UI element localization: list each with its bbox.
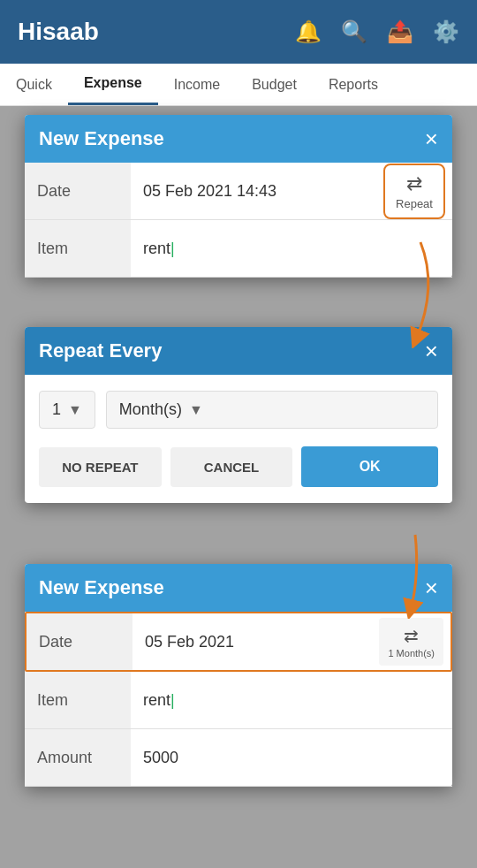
new-expense-close-top[interactable]: ×: [425, 127, 438, 150]
date-value-top: 05 Feb 2021 14:43: [131, 182, 383, 201]
repeat-every-close[interactable]: ×: [425, 339, 438, 362]
repeat-indicator-bottom[interactable]: ⇄ 1 Month(s): [379, 618, 443, 666]
tab-quick[interactable]: Quick: [0, 64, 68, 105]
app-title: Hisaab: [18, 18, 99, 46]
search-icon[interactable]: 🔍: [341, 19, 367, 44]
ok-button[interactable]: OK: [301, 446, 438, 487]
new-expense-close-bottom[interactable]: ×: [425, 576, 438, 599]
cancel-button[interactable]: CANCEL: [170, 447, 293, 487]
item-row-top: Item rent: [25, 220, 452, 278]
new-expense-dialog-top: New Expense × Date 05 Feb 2021 14:43 ⇄ R…: [25, 115, 452, 278]
date-row-bottom: Date 05 Feb 2021 ⇄ 1 Month(s): [25, 612, 452, 672]
count-value: 1: [52, 400, 61, 419]
period-chevron-icon: ▼: [189, 402, 203, 418]
repeat-every-title: Repeat Every: [39, 339, 162, 362]
amount-label-bottom: Amount: [25, 729, 131, 786]
repeat-button-top[interactable]: ⇄ Repeat: [383, 164, 445, 219]
new-expense-dialog-bottom: New Expense × Date 05 Feb 2021 ⇄ 1 Month…: [25, 564, 452, 787]
repeat-icon-top: ⇄: [406, 172, 422, 195]
settings-icon[interactable]: ⚙️: [433, 19, 459, 44]
tab-income[interactable]: Income: [158, 64, 236, 105]
tab-reports[interactable]: Reports: [313, 64, 394, 105]
repeat-icon-bottom: ⇄: [404, 625, 419, 646]
tab-bar: Quick Expense Income Budget Reports: [0, 64, 477, 106]
new-expense-header-bottom: New Expense ×: [25, 564, 452, 612]
no-repeat-button[interactable]: NO REPEAT: [39, 447, 162, 487]
period-value: Month(s): [119, 400, 182, 419]
repeat-every-dialog: Repeat Every × 1 ▼ Month(s) ▼ NO REPEAT …: [25, 327, 452, 503]
item-value-bottom[interactable]: rent: [131, 691, 452, 710]
share-icon[interactable]: 📤: [387, 19, 413, 44]
repeat-every-header: Repeat Every ×: [25, 327, 452, 375]
new-expense-title-top: New Expense: [39, 127, 164, 150]
repeat-body: 1 ▼ Month(s) ▼ NO REPEAT CANCEL OK: [25, 375, 452, 503]
amount-value-bottom[interactable]: 5000: [131, 749, 452, 767]
top-nav: Hisaab 🔔 🔍 📤 ⚙️: [0, 0, 477, 64]
nav-icons: 🔔 🔍 📤 ⚙️: [295, 19, 459, 44]
period-select[interactable]: Month(s) ▼: [106, 391, 438, 429]
date-label-top: Date: [25, 163, 131, 219]
date-label-bottom: Date: [26, 613, 132, 670]
repeat-selects: 1 ▼ Month(s) ▼: [39, 391, 438, 429]
count-select[interactable]: 1 ▼: [39, 391, 95, 429]
repeat-label-top: Repeat: [396, 197, 433, 210]
new-expense-header-top: New Expense ×: [25, 115, 452, 163]
repeat-buttons: NO REPEAT CANCEL OK: [39, 446, 438, 487]
item-label-top: Item: [25, 220, 131, 277]
count-chevron-icon: ▼: [68, 402, 82, 418]
date-value-bottom: 05 Feb 2021: [132, 633, 379, 651]
repeat-months-label: 1 Month(s): [388, 648, 435, 659]
tab-budget[interactable]: Budget: [236, 64, 313, 105]
item-row-bottom: Item rent: [25, 672, 452, 729]
tab-expense[interactable]: Expense: [68, 64, 158, 105]
item-value-top[interactable]: rent: [131, 240, 452, 258]
date-row-top: Date 05 Feb 2021 14:43 ⇄ Repeat: [25, 163, 452, 220]
item-label-bottom: Item: [25, 672, 131, 728]
amount-row-bottom: Amount 5000: [25, 729, 452, 787]
new-expense-title-bottom: New Expense: [39, 576, 164, 599]
bell-icon[interactable]: 🔔: [295, 19, 322, 44]
